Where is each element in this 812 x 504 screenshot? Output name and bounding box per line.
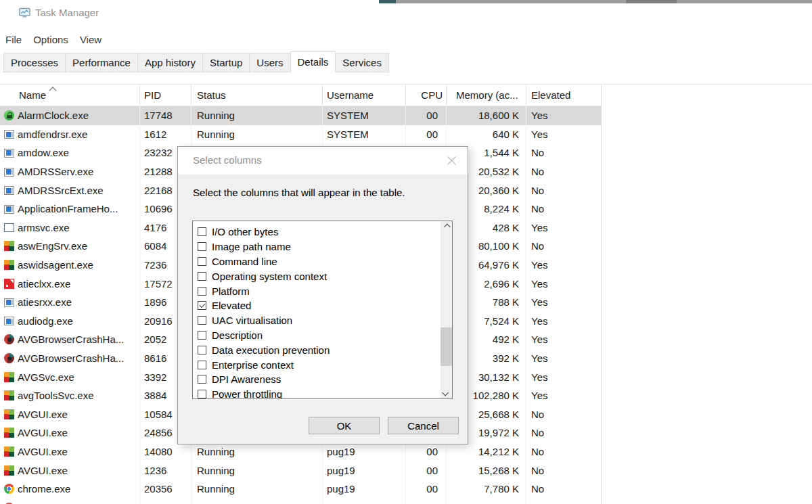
process-name: AVGUI.exe xyxy=(18,446,68,457)
column-header-status[interactable]: Status xyxy=(191,85,323,106)
cell-memory: 15,268 K xyxy=(447,461,526,480)
cell-cpu: 00 xyxy=(406,480,447,499)
window-title: Task Manager xyxy=(35,7,99,18)
checkbox-icon[interactable] xyxy=(198,272,206,281)
column-option[interactable]: DPI Awareness xyxy=(193,372,452,387)
checkbox-icon[interactable] xyxy=(198,331,206,340)
checkbox-icon[interactable] xyxy=(198,316,206,325)
column-option[interactable]: Command line xyxy=(193,254,452,269)
column-option[interactable]: Data execution prevention xyxy=(193,342,452,357)
column-header-label: PID xyxy=(144,89,161,101)
tab-startup[interactable]: Startup xyxy=(202,53,250,72)
column-header-name[interactable]: Name xyxy=(0,85,140,106)
process-name: armsvc.exe xyxy=(18,222,70,233)
scroll-down-icon[interactable] xyxy=(441,387,452,398)
checkbox-checked-icon[interactable] xyxy=(198,301,206,310)
table-row[interactable]: AlarmClock.exe17748RunningSYSTEM0018,600… xyxy=(0,106,601,125)
tab-bar: Processes Performance App history Startu… xyxy=(3,51,388,72)
cell-name xyxy=(0,498,140,504)
column-header-memory[interactable]: Memory (ac... xyxy=(447,85,526,106)
column-header-elevated[interactable]: Elevated xyxy=(526,85,601,106)
cell-elevated: Yes xyxy=(526,106,601,125)
process-name: AVGUI.exe xyxy=(18,465,68,476)
cell-memory xyxy=(447,498,526,504)
app-window-icon xyxy=(4,205,14,214)
checkbox-icon[interactable] xyxy=(198,227,206,236)
avg-icon xyxy=(4,446,14,457)
column-option-label: Power throttling xyxy=(212,388,282,399)
table-row[interactable] xyxy=(0,498,601,504)
cell-name: avgToolsSvc.exe xyxy=(0,386,140,405)
process-name: chrome.exe xyxy=(18,483,70,495)
cell-elevated: Yes xyxy=(526,312,601,331)
table-header: NamePIDStatusUsernameCPUMemory (ac...Ele… xyxy=(0,85,601,106)
column-option[interactable]: Description xyxy=(193,328,452,343)
tab-services[interactable]: Services xyxy=(335,53,389,72)
app-window-icon xyxy=(4,130,14,139)
column-header-label: Memory (ac... xyxy=(456,89,518,101)
scrollbar[interactable] xyxy=(441,221,452,398)
tab-app-history[interactable]: App history xyxy=(137,53,203,72)
columns-option-list: I/O other bytesImage path nameCommand li… xyxy=(193,221,452,399)
cell-elevated: Yes xyxy=(526,367,601,386)
column-option[interactable]: Elevated xyxy=(193,298,452,313)
cancel-button[interactable]: Cancel xyxy=(388,417,459,434)
table-row[interactable]: amdfendrsr.exe1612RunningSYSTEM00640 KYe… xyxy=(0,125,601,144)
column-header-username[interactable]: Username xyxy=(323,85,406,106)
process-name: aswidsagent.exe xyxy=(18,259,93,271)
cell-name: AVGUI.exe xyxy=(0,423,140,442)
cell-name: amdfendrsr.exe xyxy=(0,125,140,144)
process-name: amdow.exe xyxy=(18,147,69,158)
menu-bar: File Options View xyxy=(5,32,113,47)
cell-elevated: Yes xyxy=(526,330,601,349)
process-name: AMDRSServ.exe xyxy=(18,166,93,177)
checkbox-icon[interactable] xyxy=(198,361,206,369)
cell-name: amdow.exe xyxy=(0,143,140,162)
column-option[interactable]: Operating system context xyxy=(193,269,452,283)
ok-button[interactable]: OK xyxy=(309,417,380,434)
process-name: atiesrxx.exe xyxy=(18,296,72,308)
tab-users[interactable]: Users xyxy=(249,53,290,72)
avg-icon xyxy=(4,372,14,382)
checkbox-icon[interactable] xyxy=(198,390,206,398)
process-name: audiodg.exe xyxy=(18,315,73,327)
cell-name: AlarmClock.exe xyxy=(0,106,140,125)
column-header-pid[interactable]: PID xyxy=(140,85,191,106)
avg-icon xyxy=(4,465,14,476)
scroll-up-icon[interactable] xyxy=(441,221,452,233)
tab-processes[interactable]: Processes xyxy=(3,53,66,72)
cell-cpu: 00 xyxy=(406,106,447,125)
tab-performance[interactable]: Performance xyxy=(65,53,138,72)
column-header-cpu[interactable]: CPU xyxy=(406,85,447,106)
scrollbar-thumb[interactable] xyxy=(441,327,452,366)
column-option[interactable]: Platform xyxy=(193,283,452,298)
column-option-label: Data execution prevention xyxy=(212,344,330,356)
table-row[interactable]: AVGUI.exe14080Runningpug190014,212 KNo xyxy=(0,442,601,461)
checkbox-icon[interactable] xyxy=(198,257,206,266)
column-option[interactable]: I/O other bytes xyxy=(193,225,452,239)
checkbox-icon[interactable] xyxy=(198,242,206,251)
table-row[interactable]: chrome.exe20356Runningpug19007,780 KNo xyxy=(0,480,601,499)
table-row[interactable]: AVGUI.exe1236Runningpug190015,268 KNo xyxy=(0,461,601,480)
column-option[interactable]: UAC virtualisation xyxy=(193,313,452,328)
dialog-title-bar[interactable]: Select columns xyxy=(178,147,468,175)
column-option-label: UAC virtualisation xyxy=(212,315,292,326)
checkbox-icon[interactable] xyxy=(198,375,206,384)
cell-name: AVGUI.exe xyxy=(0,461,140,480)
tab-details[interactable]: Details xyxy=(290,51,336,72)
cell-name: AMDRSServ.exe xyxy=(0,162,140,181)
cell-username: SYSTEM xyxy=(323,106,406,125)
column-header-label: Elevated xyxy=(531,89,570,101)
menu-file[interactable]: File xyxy=(5,32,28,47)
cell-elevated: No xyxy=(526,162,601,181)
close-icon[interactable] xyxy=(445,154,459,168)
cell-elevated: No xyxy=(526,181,601,200)
column-option[interactable]: Power throttling xyxy=(193,387,452,399)
process-name: atieclxx.exe xyxy=(18,278,70,290)
column-option[interactable]: Enterprise context xyxy=(193,357,452,372)
column-option[interactable]: Image path name xyxy=(193,239,452,254)
checkbox-icon[interactable] xyxy=(198,346,206,354)
checkbox-icon[interactable] xyxy=(198,287,206,296)
menu-options[interactable]: Options xyxy=(33,32,74,47)
menu-view[interactable]: View xyxy=(80,32,108,47)
